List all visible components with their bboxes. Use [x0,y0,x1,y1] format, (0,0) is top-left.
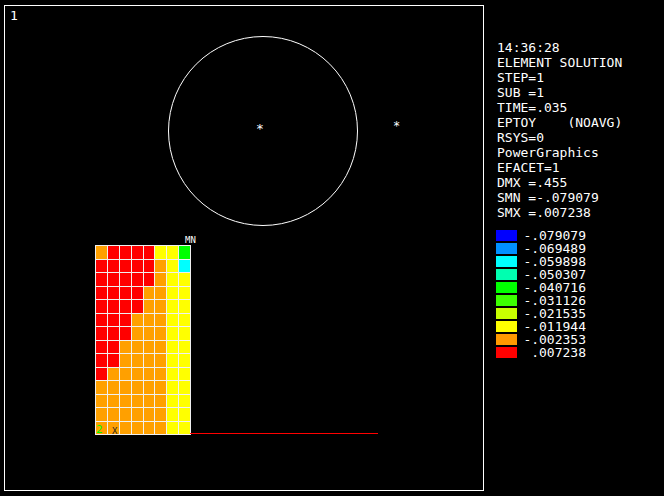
mesh-cell [167,287,178,300]
mesh-cell [132,287,143,300]
legend-color-swatch [496,295,517,306]
mesh-cell [132,300,143,313]
mesh-cell [155,341,166,354]
mesh-cell [179,354,190,367]
mesh-cell [155,408,166,421]
mesh-cell [167,341,178,354]
mesh-cell [167,260,178,273]
mesh-cell [108,287,119,300]
mesh-cell [144,354,155,367]
legend-color-swatch [496,282,517,293]
solution-info-panel: 14:36:28 ELEMENT SOLUTION STEP=1 SUB =1 … [497,40,622,220]
mesh-cell [155,273,166,286]
mesh-cell [108,354,119,367]
mesh-cell [179,260,190,273]
mesh-cell [167,381,178,394]
mesh-cell [96,300,107,313]
legend-row: .007238 [496,346,586,359]
mesh-cell [179,287,190,300]
mesh-cell [144,381,155,394]
mesh-cell [132,260,143,273]
mesh-cell [155,314,166,327]
legend-color-swatch [496,334,517,345]
mesh-cell [108,327,119,340]
result-item-label: EPTOY (NOAVG) [497,115,622,130]
mesh-cell [132,314,143,327]
circle-center-marker: * [256,121,264,136]
mesh-cell [144,314,155,327]
mesh-cell [96,395,107,408]
time-label: TIME=.035 [497,100,622,115]
mesh-cell [120,287,131,300]
mesh-cell [132,408,143,421]
window-number-label: 1 [10,8,18,23]
smx-label: SMX =.007238 [497,205,622,220]
mesh-cell [144,368,155,381]
mesh-cell [108,341,119,354]
mesh-cell [179,300,190,313]
mesh-cell [179,395,190,408]
mesh-cell [96,246,107,259]
mesh-cell [179,408,190,421]
mesh-cell [179,368,190,381]
mesh-cell [108,260,119,273]
mesh-cell [155,422,166,435]
mesh-cell [179,246,190,259]
mesh-cell [155,381,166,394]
efacet-label: EFACET=1 [497,160,622,175]
step-label: STEP=1 [497,70,622,85]
mesh-cell [108,300,119,313]
mesh-cell [132,273,143,286]
mesh-cell [144,287,155,300]
mesh-cell [155,300,166,313]
mesh-cell [155,327,166,340]
mesh-cell [108,273,119,286]
mesh-cell [120,246,131,259]
mesh-cell [120,368,131,381]
substep-label: SUB =1 [497,85,622,100]
mesh-cell [120,341,131,354]
mesh-cell [167,395,178,408]
mesh-cell [108,395,119,408]
mesh-cell [96,260,107,273]
rsys-label: RSYS=0 [497,130,622,145]
solution-type-label: ELEMENT SOLUTION [497,55,622,70]
legend-value: .007238 [523,345,586,360]
legend-color-swatch [496,347,517,358]
mesh-cell [155,354,166,367]
mesh-cell [132,246,143,259]
dmx-label: DMX =.455 [497,175,622,190]
mesh-cell [144,260,155,273]
mesh-cell [144,408,155,421]
mesh-cell [144,341,155,354]
mesh-cell [179,327,190,340]
mesh-cell [144,395,155,408]
legend-color-swatch [496,321,517,332]
mesh-cell [120,300,131,313]
mesh-cell [108,314,119,327]
legend-color-swatch [496,269,517,280]
mesh-cell [96,368,107,381]
mesh-cell [179,314,190,327]
mesh-cell [132,381,143,394]
mesh-grid [95,245,191,435]
mesh-cell [120,395,131,408]
keypoint-marker: * [393,119,400,133]
mesh-cell [179,273,190,286]
mesh-cell [179,381,190,394]
mesh-cell [155,246,166,259]
mesh-cell [120,354,131,367]
mesh-cell [96,287,107,300]
mesh-cell [96,381,107,394]
mesh-cell [144,300,155,313]
mesh-cell [167,273,178,286]
contour-legend: -.079079 -.069489 -.059898 -.050307 -.04… [496,229,586,359]
mesh-cell [167,327,178,340]
mesh-cell [132,341,143,354]
x-axis-label: X [112,426,117,436]
mesh-cell [167,408,178,421]
mesh-cell [120,327,131,340]
legend-color-swatch [496,308,517,319]
mesh-cell [108,408,119,421]
mesh-cell [132,395,143,408]
